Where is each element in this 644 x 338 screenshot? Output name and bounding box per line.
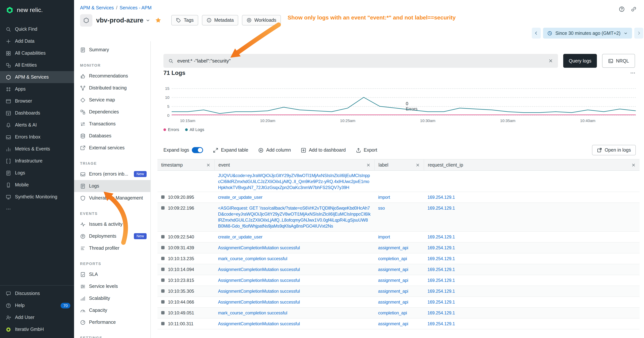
row-checkbox[interactable]	[161, 246, 164, 249]
cell-event-link[interactable]: JUQVU&code=eyJraWQiOiJjcGltY29yZV8wOTl1M…	[218, 173, 370, 191]
cell-event-link[interactable]: AssignmentCompletionMutation successful	[218, 245, 370, 251]
cell-event-link[interactable]: mark_course_completion successful	[218, 256, 370, 262]
cell-label-link[interactable]: assignment_api	[378, 277, 420, 283]
cell-event-link[interactable]: create_or_update_user	[218, 194, 370, 200]
cell-label-link[interactable]: sso	[378, 205, 420, 211]
sidebar-item-errors-inbox[interactable]: Errors Inbox	[0, 131, 74, 143]
row-checkbox[interactable]	[161, 322, 164, 325]
cell-request-client-ip-link[interactable]: 169.254.129.1	[428, 194, 636, 200]
cell-request-client-ip-link[interactable]: 169.254.129.1	[428, 277, 636, 283]
remove-column-icon[interactable]	[366, 163, 370, 167]
cell-label-link[interactable]: import	[378, 234, 420, 240]
table-row[interactable]: 10:09:31.439 AssignmentCompletionMutatio…	[158, 242, 640, 253]
subnav-issues-activity[interactable]: Issues & activity	[74, 218, 150, 230]
column-header-event[interactable]: event	[214, 159, 374, 170]
help-button[interactable]	[617, 5, 626, 14]
remove-column-icon[interactable]	[416, 163, 420, 167]
cell-label-link[interactable]: assignment_api	[378, 321, 420, 327]
table-row[interactable]: 10:09:22.540 create_or_update_user impor…	[158, 232, 640, 242]
breadcrumb-apm-services[interactable]: APM & Services	[80, 5, 114, 11]
table-row[interactable]: 10:10:14.094 AssignmentCompletionMutatio…	[158, 264, 640, 275]
cell-label-link[interactable]: import	[378, 194, 420, 200]
time-picker[interactable]: Since 30 minutes ago (GMT+2)	[543, 28, 632, 39]
cell-event-link[interactable]: <ASGIRequest: GET '/sso/callback/?state=…	[218, 205, 370, 229]
sidebar-item-add-data[interactable]: Add Data	[0, 35, 74, 47]
subnav-distributed-tracing[interactable]: Distributed tracing	[74, 82, 150, 94]
table-row[interactable]: 10:10:44.066 AssignmentCompletionMutatio…	[158, 297, 640, 308]
sidebar-item-synthetic-monitoring[interactable]: Synthetic Monitoring	[0, 191, 74, 203]
cell-event-link[interactable]: AssignmentCompletionMutation successful	[218, 277, 370, 283]
row-checkbox[interactable]	[161, 268, 164, 271]
sidebar-item-15[interactable]	[0, 203, 74, 215]
expand-table-button[interactable]: Expand table	[213, 147, 248, 153]
cell-request-client-ip-link[interactable]: 169.254.129.1	[428, 266, 636, 272]
cell-event-link[interactable]: AssignmentCompletionMutation successful	[218, 266, 370, 272]
subnav-external-services[interactable]: External services	[74, 142, 150, 154]
table-row[interactable]: JUQVU&code=eyJraWQiOiJjcGltY29yZV8wOTl1M…	[158, 171, 640, 192]
sidebar-item-apm-services[interactable]: APM & Services	[0, 71, 74, 83]
subnav-dependencies[interactable]: Dependencies	[74, 106, 150, 118]
sidebar-item-browser[interactable]: Browser	[0, 95, 74, 107]
add-column-button[interactable]: Add column	[258, 147, 291, 153]
open-in-logs-button[interactable]: Open in logs	[592, 145, 636, 155]
row-checkbox[interactable]	[161, 300, 164, 303]
chip-metadata[interactable]: Metadata	[202, 15, 238, 26]
subnav-summary[interactable]: Summary	[74, 44, 150, 56]
sidebar-item-all-entities[interactable]: All Entities	[0, 59, 74, 71]
column-header-label[interactable]: label	[374, 159, 424, 170]
subnav-performance[interactable]: Performance	[74, 316, 150, 328]
cell-request-client-ip-link[interactable]: 169.254.129.1	[428, 256, 636, 262]
clear-query-icon[interactable]	[548, 58, 553, 63]
chip-tags[interactable]: Tags	[172, 15, 198, 26]
sidebar-item-infrastructure[interactable]: Infrastructure	[0, 155, 74, 167]
cell-event-link[interactable]: AssignmentCompletionMutation successful	[218, 288, 370, 294]
cell-request-client-ip-link[interactable]: 169.254.129.1	[428, 234, 636, 240]
cell-request-client-ip-link[interactable]: 169.254.129.1	[428, 299, 636, 305]
cell-request-client-ip-link[interactable]: 169.254.129.1	[428, 321, 636, 327]
column-header-request-client-ip[interactable]: request_client_ip	[424, 159, 640, 170]
entity-switcher-chevron-icon[interactable]	[146, 18, 150, 23]
sidebar-footer-item-help[interactable]: Help 70	[0, 299, 74, 311]
cell-label-link[interactable]: assignment_api	[378, 299, 420, 305]
log-query-input[interactable]: event:* -"label":"security"	[164, 54, 558, 68]
sidebar-item-all-capabilities[interactable]: All Capabilities	[0, 47, 74, 59]
cell-request-client-ip-link[interactable]: 169.254.129.1	[428, 205, 636, 211]
subnav-errors-errors-inb[interactable]: Errors (errors inb... New	[74, 168, 150, 180]
row-checkbox[interactable]	[161, 257, 164, 260]
subnav-deployments[interactable]: Deployments New	[74, 230, 150, 242]
subnav-transactions[interactable]: Transactions	[74, 118, 150, 130]
subnav-databases[interactable]: Databases	[74, 130, 150, 142]
export-button[interactable]: Export	[356, 147, 377, 153]
chip-workloads[interactable]: Workloads	[242, 15, 281, 26]
sidebar-item-mobile[interactable]: Mobile	[0, 179, 74, 191]
sidebar-item-logs[interactable]: Logs	[0, 167, 74, 179]
subnav-sla[interactable]: SLA	[74, 268, 150, 280]
cell-label-link[interactable]: completion_api	[378, 310, 420, 316]
row-checkbox[interactable]	[161, 311, 164, 314]
sidebar-item-alerts-ai[interactable]: Alerts & AI	[0, 119, 74, 131]
cell-label-link[interactable]: completion_api	[378, 256, 420, 262]
cell-request-client-ip-link[interactable]: 169.254.129.1	[428, 288, 636, 294]
panel-menu-icon[interactable]	[630, 70, 636, 76]
sidebar-item-metrics-events[interactable]: Metrics & Events	[0, 143, 74, 155]
cell-event-link[interactable]: AssignmentCompletionMutation successful	[218, 321, 370, 327]
row-checkbox[interactable]	[161, 206, 164, 210]
cell-request-client-ip-link[interactable]: 169.254.129.1	[428, 310, 636, 316]
subnav-logs[interactable]: Logs	[74, 180, 150, 192]
table-row[interactable]: 10:11:00.311 AssignmentCompletionMutatio…	[158, 318, 640, 329]
subnav-thread-profiler[interactable]: Thread profiler	[74, 242, 150, 254]
subnav-capacity[interactable]: Capacity	[74, 304, 150, 316]
permalink-button[interactable]	[629, 5, 638, 14]
row-checkbox[interactable]	[161, 235, 164, 238]
brand[interactable]: new relic.	[0, 0, 74, 20]
cell-event-link[interactable]: mark_course_completion successful	[218, 310, 370, 316]
cell-request-client-ip-link[interactable]: 169.254.129.1	[428, 245, 636, 251]
sidebar-item-quick-find[interactable]: Quick Find	[0, 23, 74, 35]
time-forward-button[interactable]	[634, 28, 643, 39]
time-back-button[interactable]	[532, 28, 541, 39]
remove-column-icon[interactable]	[631, 163, 636, 167]
cell-label-link[interactable]: assignment_api	[378, 266, 420, 272]
legend-all-logs[interactable]: All Logs	[185, 127, 204, 132]
cell-label-link[interactable]: assignment_api	[378, 245, 420, 251]
table-row[interactable]: 10:09:22.196 <ASGIRequest: GET '/sso/cal…	[158, 203, 640, 232]
